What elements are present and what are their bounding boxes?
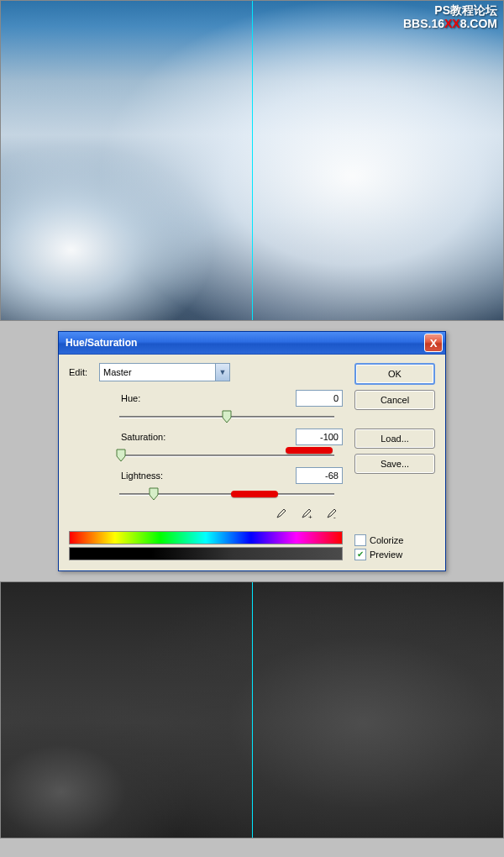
eyedropper-subtract-icon[interactable]: - [323, 506, 339, 523]
vertical-guide[interactable] [252, 1, 253, 320]
svg-marker-0 [223, 411, 231, 423]
hue-label: Hue: [121, 393, 140, 403]
lightness-slider-thumb[interactable] [149, 487, 159, 501]
hue-slider[interactable] [119, 410, 334, 423]
highlight-mark-lightness [231, 491, 278, 497]
vertical-guide-bottom[interactable] [252, 582, 253, 838]
preview-checkbox-row[interactable]: ✔ Preview [354, 549, 435, 560]
hue-input[interactable]: 0 [296, 390, 343, 407]
dialog-title: Hue/Saturation [66, 337, 137, 349]
cancel-button[interactable]: Cancel [354, 390, 435, 410]
hue-saturation-dialog: Hue/Saturation X Edit: Master ▼ [58, 331, 446, 571]
eyedropper-icon[interactable] [272, 506, 289, 523]
watermark-line2: BBS.16XX8.COM [403, 17, 497, 30]
svg-text:-: - [333, 513, 336, 521]
colorize-label: Colorize [370, 535, 403, 545]
before-image [0, 0, 504, 321]
titlebar[interactable]: Hue/Saturation X [59, 332, 445, 355]
colorize-checkbox[interactable] [354, 534, 366, 546]
chevron-down-icon: ▼ [215, 364, 229, 381]
edit-combo[interactable]: Master ▼ [99, 363, 230, 381]
svg-text:+: + [308, 513, 312, 521]
eyedropper-add-icon[interactable]: + [297, 506, 314, 523]
saturation-slider[interactable] [119, 449, 334, 462]
close-icon: X [430, 337, 438, 350]
edit-label: Edit: [69, 367, 94, 377]
watermark: PS教程论坛 BBS.16XX8.COM [403, 3, 497, 30]
saturation-label: Saturation: [121, 432, 165, 442]
saturation-slider-thumb[interactable] [116, 449, 126, 462]
watermark-line1: PS教程论坛 [403, 3, 497, 17]
close-button[interactable]: X [424, 334, 443, 352]
save-button[interactable]: Save... [354, 454, 435, 474]
lightness-label: Lightness: [121, 471, 163, 481]
saturation-input[interactable]: -100 [296, 428, 343, 445]
lightness-input[interactable]: -68 [296, 467, 343, 484]
svg-marker-2 [150, 488, 158, 500]
lightness-slider[interactable] [119, 487, 334, 501]
after-image [0, 581, 504, 839]
edit-combo-value: Master [103, 367, 132, 377]
preview-checkbox[interactable]: ✔ [354, 549, 366, 560]
hue-spectrum-bar [69, 531, 343, 544]
svg-marker-1 [117, 450, 125, 461]
preview-label: Preview [370, 549, 402, 560]
hue-slider-thumb[interactable] [222, 410, 232, 423]
load-button[interactable]: Load... [354, 428, 435, 449]
colorize-checkbox-row[interactable]: Colorize [354, 534, 435, 546]
output-spectrum-bar [69, 547, 343, 560]
ok-button[interactable]: OK [354, 363, 435, 385]
